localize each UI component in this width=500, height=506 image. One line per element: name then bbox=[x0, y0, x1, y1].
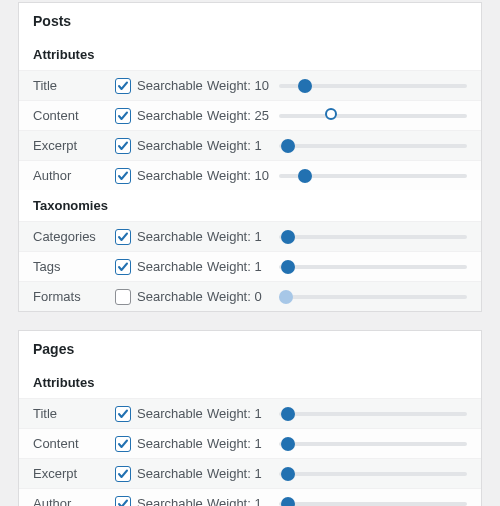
panel-title: Posts bbox=[19, 3, 481, 39]
slider-track bbox=[279, 114, 467, 118]
field-label: Categories bbox=[33, 229, 115, 244]
weight-slider-cell bbox=[279, 464, 467, 484]
searchable-cell: Searchable bbox=[115, 138, 207, 154]
searchable-label: Searchable bbox=[137, 259, 203, 274]
slider-thumb[interactable] bbox=[281, 467, 295, 481]
weight-slider[interactable] bbox=[279, 404, 467, 424]
searchable-cell: Searchable bbox=[115, 168, 207, 184]
searchable-checkbox[interactable] bbox=[115, 108, 131, 124]
weight-label: Weight: 1 bbox=[207, 466, 279, 481]
weight-label: Weight: 1 bbox=[207, 138, 279, 153]
slider-track bbox=[279, 235, 467, 239]
slider-thumb[interactable] bbox=[281, 497, 295, 507]
weight-slider[interactable] bbox=[279, 76, 467, 96]
field-label: Title bbox=[33, 406, 115, 421]
field-row-content: ContentSearchableWeight: 1 bbox=[19, 428, 481, 458]
weight-slider-cell bbox=[279, 227, 467, 247]
weight-slider-cell bbox=[279, 287, 467, 307]
slider-track bbox=[279, 412, 467, 416]
slider-track bbox=[279, 144, 467, 148]
searchable-checkbox[interactable] bbox=[115, 289, 131, 305]
field-row-title: TitleSearchableWeight: 10 bbox=[19, 70, 481, 100]
searchable-label: Searchable bbox=[137, 108, 203, 123]
weight-slider-cell bbox=[279, 76, 467, 96]
field-row-categories: CategoriesSearchableWeight: 1 bbox=[19, 221, 481, 251]
weight-slider[interactable] bbox=[279, 257, 467, 277]
slider-thumb[interactable] bbox=[281, 139, 295, 153]
panel-title: Pages bbox=[19, 331, 481, 367]
slider-track bbox=[279, 265, 467, 269]
field-label: Author bbox=[33, 496, 115, 506]
searchable-cell: Searchable bbox=[115, 108, 207, 124]
searchable-cell: Searchable bbox=[115, 406, 207, 422]
weight-slider[interactable] bbox=[279, 136, 467, 156]
weight-slider[interactable] bbox=[279, 494, 467, 507]
weight-label: Weight: 10 bbox=[207, 168, 279, 183]
searchable-label: Searchable bbox=[137, 168, 203, 183]
searchable-checkbox[interactable] bbox=[115, 259, 131, 275]
searchable-checkbox[interactable] bbox=[115, 138, 131, 154]
slider-thumb[interactable] bbox=[325, 108, 337, 120]
section-heading-attributes: Attributes bbox=[19, 39, 481, 70]
slider-track bbox=[279, 295, 467, 299]
searchable-label: Searchable bbox=[137, 229, 203, 244]
weight-slider-cell bbox=[279, 166, 467, 186]
panel-posts: PostsAttributesTitleSearchableWeight: 10… bbox=[18, 2, 482, 312]
searchable-cell: Searchable bbox=[115, 496, 207, 507]
field-label: Tags bbox=[33, 259, 115, 274]
searchable-checkbox[interactable] bbox=[115, 168, 131, 184]
field-label: Author bbox=[33, 168, 115, 183]
weight-slider-cell bbox=[279, 257, 467, 277]
searchable-checkbox[interactable] bbox=[115, 78, 131, 94]
weight-slider-cell bbox=[279, 404, 467, 424]
weight-slider[interactable] bbox=[279, 287, 467, 307]
searchable-label: Searchable bbox=[137, 138, 203, 153]
weight-slider[interactable] bbox=[279, 106, 467, 126]
section-heading-attributes: Attributes bbox=[19, 367, 481, 398]
searchable-checkbox[interactable] bbox=[115, 496, 131, 507]
weight-label: Weight: 10 bbox=[207, 78, 279, 93]
searchable-checkbox[interactable] bbox=[115, 406, 131, 422]
field-label: Excerpt bbox=[33, 138, 115, 153]
slider-thumb[interactable] bbox=[281, 230, 295, 244]
searchable-cell: Searchable bbox=[115, 229, 207, 245]
searchable-label: Searchable bbox=[137, 78, 203, 93]
slider-thumb[interactable] bbox=[281, 407, 295, 421]
searchable-label: Searchable bbox=[137, 496, 203, 506]
searchable-cell: Searchable bbox=[115, 289, 207, 305]
panel-pages: PagesAttributesTitleSearchableWeight: 1C… bbox=[18, 330, 482, 506]
field-row-tags: TagsSearchableWeight: 1 bbox=[19, 251, 481, 281]
field-label: Formats bbox=[33, 289, 115, 304]
searchable-cell: Searchable bbox=[115, 259, 207, 275]
weight-slider[interactable] bbox=[279, 434, 467, 454]
field-label: Content bbox=[33, 436, 115, 451]
weight-label: Weight: 1 bbox=[207, 229, 279, 244]
slider-thumb[interactable] bbox=[281, 437, 295, 451]
searchable-checkbox[interactable] bbox=[115, 466, 131, 482]
slider-track bbox=[279, 442, 467, 446]
weight-slider[interactable] bbox=[279, 227, 467, 247]
field-row-author: AuthorSearchableWeight: 1 bbox=[19, 488, 481, 506]
searchable-checkbox[interactable] bbox=[115, 229, 131, 245]
field-row-author: AuthorSearchableWeight: 10 bbox=[19, 160, 481, 190]
searchable-label: Searchable bbox=[137, 466, 203, 481]
slider-thumb[interactable] bbox=[279, 290, 293, 304]
weight-label: Weight: 1 bbox=[207, 496, 279, 506]
weight-slider-cell bbox=[279, 494, 467, 507]
slider-thumb[interactable] bbox=[298, 169, 312, 183]
weight-slider[interactable] bbox=[279, 166, 467, 186]
searchable-checkbox[interactable] bbox=[115, 436, 131, 452]
weight-label: Weight: 1 bbox=[207, 406, 279, 421]
searchable-label: Searchable bbox=[137, 436, 203, 451]
searchable-cell: Searchable bbox=[115, 78, 207, 94]
field-row-formats: FormatsSearchableWeight: 0 bbox=[19, 281, 481, 311]
field-label: Content bbox=[33, 108, 115, 123]
searchable-label: Searchable bbox=[137, 289, 203, 304]
slider-thumb[interactable] bbox=[298, 79, 312, 93]
field-label: Excerpt bbox=[33, 466, 115, 481]
slider-track bbox=[279, 472, 467, 476]
field-row-content: ContentSearchableWeight: 25 bbox=[19, 100, 481, 130]
weight-slider[interactable] bbox=[279, 464, 467, 484]
slider-thumb[interactable] bbox=[281, 260, 295, 274]
weight-label: Weight: 25 bbox=[207, 108, 279, 123]
